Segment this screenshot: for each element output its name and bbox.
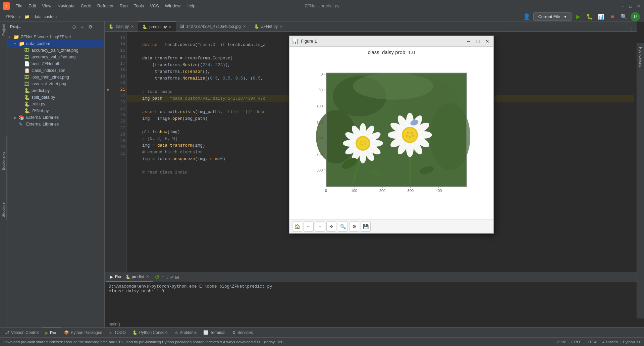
svg-point-16 [353, 73, 433, 100]
tree-item-train-py[interactable]: 🐍 train.py [7, 101, 104, 107]
run-scroll-down[interactable]: ↓ [166, 275, 168, 280]
tab-terminal[interactable]: ⬜ Terminal [200, 328, 228, 338]
run-tab[interactable]: ▶ Run: 🐍 predict ✕ [106, 273, 153, 282]
current-file-button[interactable]: Current File ▾ [533, 12, 572, 21]
figure-settings-button[interactable]: ⚙ [349, 221, 359, 232]
tree-item-external-libs[interactable]: ▶ 📚 External Libraries [7, 114, 104, 121]
menu-navigate[interactable]: Navigate [55, 2, 77, 10]
figure-pan-button[interactable]: ✛ [326, 221, 336, 232]
run-scroll-up[interactable]: ↑ [162, 275, 164, 280]
status-bar: Download pre-built shared indexes: Reduc… [0, 337, 644, 346]
folder-icon: 📁 [13, 34, 19, 40]
svg-text:300: 300 [408, 189, 414, 193]
status-indent[interactable]: 4 spaces [602, 340, 618, 344]
line-numbers: 13 14 15 16 17 18 19 20 21 22 23 24 25 2… [111, 32, 127, 272]
figure-save-button[interactable]: 💾 [361, 221, 371, 232]
tree-item-best-zfnet[interactable]: 📄 best_ZFNet.pth [7, 60, 104, 67]
tree-item-loss-train[interactable]: 🖼 loss_train_zfnet.png [7, 74, 104, 81]
menu-run[interactable]: Run [117, 2, 130, 10]
menu-file[interactable]: File [13, 2, 25, 10]
tree-item-zfnet-py[interactable]: 🐍 ZFNet.py [7, 107, 104, 114]
tree-item-accuracy-val[interactable]: 🖼 accuracy_val_zfnet.png [7, 54, 104, 60]
tree-item-accuracy-train[interactable]: 🖼 accuracy_train_zfnet.png [7, 47, 104, 54]
project-panel-list[interactable]: ≡ [79, 23, 86, 30]
menu-vcs[interactable]: VCS [147, 2, 162, 10]
search-everywhere-button[interactable]: 🔍 [619, 12, 629, 21]
json-icon: 📋 [24, 68, 30, 73]
status-python-version[interactable]: Python 3.6 [623, 340, 641, 344]
tree-item-split-data[interactable]: 🐍 split_data.py [7, 94, 104, 101]
tree-item-loss-val[interactable]: 🖼 loss_val_zfnet.png [7, 81, 104, 87]
matplotlib-axes: 0 50 100 150 200 250 300 0 100 200 300 4… [309, 69, 474, 200]
run-tab-label: 🐍 predict [125, 275, 144, 279]
project-panel-minimize[interactable]: ─ [95, 23, 102, 30]
figure-home-button[interactable]: 🏠 [292, 221, 302, 232]
tab-version-control[interactable]: ⎇ Version Control [1, 328, 42, 338]
tab-close-train[interactable]: ✕ [131, 24, 134, 29]
project-tree: ▾ 📁 ZFNet E:\code_blog\ZFNet ▾ 📁 data_cu… [7, 32, 104, 327]
menu-tools[interactable]: Tools [131, 2, 147, 10]
menu-edit[interactable]: Edit [26, 2, 39, 10]
tab-todo[interactable]: ☑ TODO [105, 328, 129, 338]
bookmarks-tab[interactable]: Bookmarks [0, 149, 7, 173]
tab-close-predict[interactable]: ✕ [169, 25, 172, 29]
figure-content: class: daisy prob: 1.0 0 50 100 150 200 … [289, 47, 493, 219]
menu-refactor[interactable]: Refactor [95, 2, 116, 10]
run-restart-button[interactable]: ↺ [155, 274, 160, 281]
tab-services[interactable]: ⚙ Services [229, 328, 256, 338]
figure-close-button[interactable]: ✕ [484, 38, 491, 45]
tab-python-packages[interactable]: 📦 Python Packages [61, 328, 105, 338]
breadcrumb-project[interactable]: ZFNet [5, 14, 16, 19]
tab-run[interactable]: ▶ Run [42, 328, 61, 338]
notifications-tab[interactable]: Notifications [637, 44, 644, 70]
run-wrap-button[interactable]: ⇌ [170, 275, 174, 280]
coverage-button[interactable]: 📊 [596, 12, 606, 21]
tree-item-scratches[interactable]: ✎ External Libraries [7, 121, 104, 128]
figure-back-button[interactable]: ← [304, 221, 314, 232]
tab-problems[interactable]: ⚠ Problems [171, 328, 200, 338]
status-line-ending[interactable]: CRLF [571, 340, 581, 344]
svg-point-36 [362, 144, 364, 146]
project-tab[interactable]: Project [0, 21, 7, 38]
breadcrumb-folder[interactable]: 📁 data_custom [23, 14, 58, 19]
run-button[interactable]: ▶ [574, 12, 583, 21]
project-panel-gear[interactable]: ⊙ [71, 23, 77, 30]
user-profile-button[interactable]: U [631, 12, 640, 21]
menu-code[interactable]: Code [78, 2, 94, 10]
tab-image[interactable]: 🖼 14272874304_47c0a46f5a.jpg ✕ [176, 21, 250, 32]
run-tab-close[interactable]: ✕ [146, 275, 149, 279]
tree-item-data-custom[interactable]: ▾ 📁 data_custom [7, 40, 104, 47]
figure-minimize-button[interactable]: ─ [465, 38, 472, 45]
figure-maximize-button[interactable]: □ [475, 38, 481, 45]
project-panel-filter[interactable]: ⚙ [87, 23, 94, 30]
run-pin-button[interactable]: ⊞ [175, 275, 179, 280]
stop-button[interactable]: ■ [608, 12, 617, 21]
current-file-label: Current File [538, 14, 560, 19]
tab-train-py[interactable]: 🐍 train.py ✕ [105, 21, 138, 32]
tab-more-button[interactable]: ⋮ [627, 27, 637, 32]
tab-predict-py[interactable]: 🐍 predict.py ✕ [138, 21, 176, 32]
maximize-button[interactable]: □ [628, 3, 633, 9]
close-button[interactable]: ✕ [636, 3, 641, 9]
structure-tab[interactable]: Structure [0, 200, 7, 220]
figure-forward-button[interactable]: → [315, 221, 325, 232]
figure-zoom-button[interactable]: 🔍 [338, 221, 348, 232]
tab-python-console[interactable]: 🐍 Python Console [129, 328, 171, 338]
figure-window-controls: ─ □ ✕ [465, 38, 491, 45]
menu-view[interactable]: View [39, 2, 54, 10]
tree-item-zfnet-root[interactable]: ▾ 📁 ZFNet E:\code_blog\ZFNet [7, 34, 104, 40]
menu-window[interactable]: Window [162, 2, 183, 10]
debug-button[interactable]: 🐛 [585, 12, 594, 21]
status-encoding[interactable]: UTF-8 [586, 340, 597, 344]
tab-close-image[interactable]: ✕ [243, 24, 246, 29]
svg-point-57 [409, 136, 411, 138]
tab-close-zfnet[interactable]: ✕ [280, 24, 283, 29]
avatar-button[interactable]: 👤 [522, 12, 531, 21]
tree-arrow: ▶ [14, 116, 19, 119]
tree-item-predict-py[interactable]: 🐍 predict.py [7, 87, 104, 94]
tab-zfnet-py[interactable]: 🐍 ZFNet.py ✕ [250, 21, 287, 32]
minimize-button[interactable]: ─ [620, 3, 625, 9]
menu-help[interactable]: Help [184, 2, 198, 10]
pth-icon: 📄 [24, 61, 30, 66]
tree-item-class-indices[interactable]: 📋 class_indices.json [7, 67, 104, 74]
